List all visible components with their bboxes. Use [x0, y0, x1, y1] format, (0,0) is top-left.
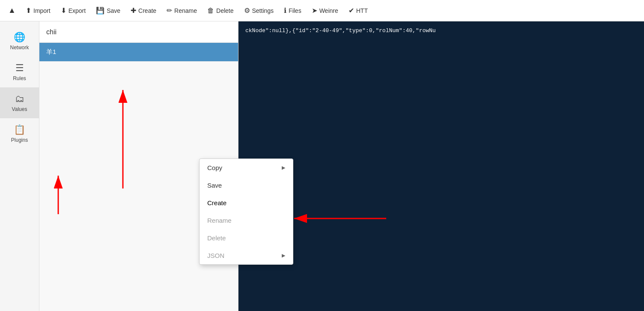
- files-icon: ℹ: [284, 6, 286, 15]
- list-title: chii: [46, 28, 57, 36]
- save-icon: 💾: [96, 6, 104, 15]
- submenu-chevron: ▶: [282, 253, 285, 258]
- export-icon: ⬇: [61, 6, 66, 15]
- context-menu: Copy▶SaveCreateRenameDeleteJSON▶: [199, 158, 293, 265]
- toolbar-btn-htt[interactable]: ✔HTT: [344, 4, 372, 17]
- main-layout: 🌐Network☰Rules🗂Values📋Plugins chii 羊1 ck…: [0, 21, 644, 311]
- toolbar-btn-export[interactable]: ⬇Export: [57, 4, 90, 17]
- files-label: Files: [289, 7, 301, 14]
- menu-item-create[interactable]: Create: [200, 194, 293, 212]
- weinre-icon: ➤: [312, 6, 317, 15]
- settings-icon: ⚙: [244, 6, 250, 15]
- create-menu-label: Create: [207, 199, 227, 206]
- import-label: Import: [33, 7, 51, 14]
- values-label: Values: [12, 106, 27, 112]
- content-area: chii 羊1 ckNode":null},{"id":"2-40-49","t…: [39, 21, 644, 311]
- json-menu-label: JSON: [207, 252, 224, 259]
- delete-menu-label: Delete: [207, 234, 226, 242]
- toolbar-btn-delete[interactable]: 🗑Delete: [203, 4, 238, 17]
- menu-item-json: JSON▶: [200, 247, 293, 264]
- sidebar-item-rules[interactable]: ☰Rules: [0, 57, 39, 87]
- delete-label: Delete: [216, 7, 233, 14]
- delete-icon: 🗑: [207, 7, 214, 15]
- rename-icon: ✏: [167, 6, 172, 15]
- htt-icon: ✔: [349, 6, 354, 15]
- list-header: chii: [39, 21, 238, 43]
- toolbar: ▲ ⬆Import⬇Export💾Save✚Create✏Rename🗑Dele…: [0, 0, 644, 21]
- toolbar-btn-save[interactable]: 💾Save: [92, 4, 125, 17]
- network-icon: 🌐: [14, 32, 25, 43]
- toolbar-btn-rename[interactable]: ✏Rename: [162, 4, 201, 17]
- toolbar-btn-create[interactable]: ✚Create: [126, 4, 161, 17]
- rename-label: Rename: [174, 7, 197, 14]
- toolbar-btn-settings[interactable]: ⚙Settings: [240, 4, 278, 17]
- toolbar-btn-weinre[interactable]: ➤Weinre: [307, 4, 343, 17]
- create-label: Create: [138, 7, 156, 14]
- rules-icon: ☰: [15, 63, 24, 74]
- collapse-button[interactable]: ▲: [4, 3, 20, 18]
- submenu-chevron: ▶: [282, 165, 285, 170]
- toolbar-btn-files[interactable]: ℹFiles: [280, 4, 306, 17]
- weinre-label: Weinre: [319, 7, 338, 14]
- sidebar-item-plugins[interactable]: 📋Plugins: [0, 118, 39, 149]
- copy-menu-label: Copy: [207, 164, 222, 171]
- sidebar-item-network[interactable]: 🌐Network: [0, 26, 39, 57]
- import-icon: ⬆: [26, 6, 31, 15]
- menu-item-delete: Delete: [200, 229, 293, 247]
- create-icon: ✚: [131, 6, 136, 15]
- values-icon: 🗂: [15, 93, 24, 105]
- code-panel: ckNode":null},{"id":"2-40-49","type":0,"…: [239, 21, 644, 311]
- toolbar-btn-import[interactable]: ⬆Import: [21, 4, 55, 17]
- plugins-icon: 📋: [14, 124, 25, 135]
- menu-item-rename: Rename: [200, 212, 293, 229]
- network-label: Network: [10, 45, 29, 51]
- menu-item-save[interactable]: Save: [200, 176, 293, 194]
- htt-label: HTT: [356, 7, 368, 14]
- save-label: Save: [107, 7, 120, 14]
- plugins-label: Plugins: [11, 137, 28, 143]
- menu-item-copy[interactable]: Copy▶: [200, 159, 293, 176]
- rules-label: Rules: [13, 75, 26, 81]
- sidebar-item-values[interactable]: 🗂Values: [0, 87, 39, 118]
- sidebar: 🌐Network☰Rules🗂Values📋Plugins: [0, 21, 39, 311]
- save-menu-label: Save: [207, 182, 222, 189]
- rename-menu-label: Rename: [207, 217, 232, 224]
- list-item[interactable]: 羊1: [39, 43, 238, 62]
- export-label: Export: [69, 7, 86, 14]
- settings-label: Settings: [252, 7, 274, 14]
